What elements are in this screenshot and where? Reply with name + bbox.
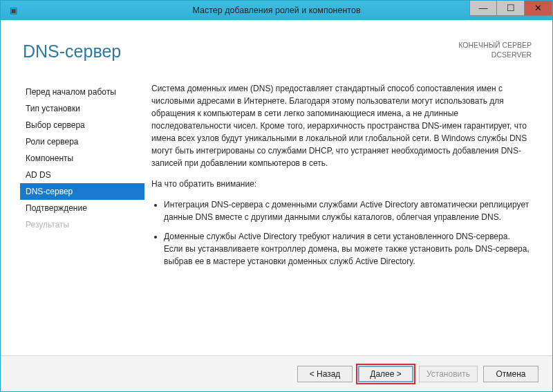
destination-label: КОНЕЧНЫЙ СЕРВЕР <box>458 40 532 50</box>
sidebar-item-before-you-begin[interactable]: Перед началом работы <box>20 84 144 100</box>
list-item: Интеграция DNS-сервера с доменными служб… <box>164 198 530 223</box>
destination-server-block: КОНЕЧНЫЙ СЕРВЕР DCSERVER <box>458 40 532 59</box>
server-manager-icon: ▣ <box>5 3 21 17</box>
minimize-icon: — <box>479 3 488 13</box>
maximize-button[interactable]: ☐ <box>497 1 525 16</box>
next-button[interactable]: Далее > <box>358 366 413 382</box>
close-icon: ✕ <box>534 3 542 13</box>
maximize-icon: ☐ <box>507 3 515 13</box>
sidebar-item-ad-ds[interactable]: AD DS <box>20 167 144 183</box>
minimize-button[interactable]: — <box>469 1 497 16</box>
destination-value: DCSERVER <box>458 50 532 59</box>
sidebar-nav: Перед началом работы Тип установки Выбор… <box>20 82 144 351</box>
window-controls: — ☐ ✕ <box>469 1 552 20</box>
sidebar-item-features[interactable]: Компоненты <box>20 150 144 167</box>
intro-paragraph: Система доменных имен (DNS) предоставляе… <box>151 82 530 169</box>
footer: < Назад Далее > Установить Отмена <box>1 355 552 391</box>
page-title: DNS-сервер <box>23 41 121 62</box>
sidebar-item-server-selection[interactable]: Выбор сервера <box>20 117 144 133</box>
body: Перед началом работы Тип установки Выбор… <box>1 74 552 355</box>
notes-list: Интеграция DNS-сервера с доменными служб… <box>151 198 530 268</box>
wizard-window: ▣ Мастер добавления ролей и компонентов … <box>0 0 553 392</box>
install-button: Установить <box>419 366 478 382</box>
notes-heading: На что обратить внимание: <box>151 178 530 190</box>
sidebar-item-dns-server[interactable]: DNS-сервер <box>20 183 144 200</box>
titlebar[interactable]: ▣ Мастер добавления ролей и компонентов … <box>1 1 552 20</box>
cancel-button[interactable]: Отмена <box>483 366 538 382</box>
header: DNS-сервер КОНЕЧНЫЙ СЕРВЕР DCSERVER <box>1 20 552 74</box>
close-button[interactable]: ✕ <box>525 1 552 16</box>
sidebar-item-confirmation[interactable]: Подтверждение <box>20 200 144 216</box>
back-button[interactable]: < Назад <box>297 366 353 382</box>
sidebar-item-results: Результаты <box>20 216 144 233</box>
sidebar-item-install-type[interactable]: Тип установки <box>20 100 144 117</box>
list-item: Доменные службы Active Directory требуют… <box>164 230 530 268</box>
sidebar-item-server-roles[interactable]: Роли сервера <box>20 133 144 150</box>
content-pane: Система доменных имен (DNS) предоставляе… <box>144 82 533 351</box>
